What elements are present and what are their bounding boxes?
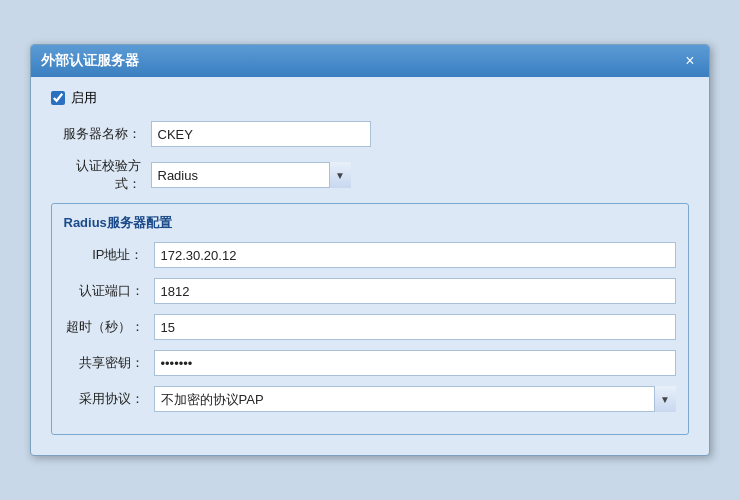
port-row: 认证端口： [64,278,676,304]
enable-checkbox[interactable] [51,91,65,105]
secret-label: 共享密钥： [64,354,154,372]
enable-row: 启用 [51,89,689,107]
server-name-input[interactable] [151,121,371,147]
protocol-select[interactable]: 不加密的协议PAP 加密的协议CHAP MS-CHAP MS-CHAPv2 [154,386,676,412]
port-input[interactable] [154,278,676,304]
dialog-body: 启用 服务器名称： 认证校验方式： Radius LDAP TACACS+ ▼ … [31,77,709,455]
auth-method-label: 认证校验方式： [51,157,151,193]
timeout-label: 超时（秒）： [64,318,154,336]
protocol-row: 采用协议： 不加密的协议PAP 加密的协议CHAP MS-CHAP MS-CHA… [64,386,676,412]
ip-row: IP地址： [64,242,676,268]
timeout-row: 超时（秒）： [64,314,676,340]
radius-group-title: Radius服务器配置 [64,214,676,232]
port-label: 认证端口： [64,282,154,300]
dialog-title: 外部认证服务器 [41,52,139,70]
enable-label[interactable]: 启用 [71,89,97,107]
ip-label: IP地址： [64,246,154,264]
secret-row: 共享密钥： [64,350,676,376]
server-name-row: 服务器名称： [51,121,689,147]
radius-group-box: Radius服务器配置 IP地址： 认证端口： 超时（秒）： 共享密钥： [51,203,689,435]
timeout-input[interactable] [154,314,676,340]
server-name-label: 服务器名称： [51,125,151,143]
auth-method-select[interactable]: Radius LDAP TACACS+ [151,162,351,188]
protocol-select-wrapper: 不加密的协议PAP 加密的协议CHAP MS-CHAP MS-CHAPv2 ▼ [154,386,676,412]
close-button[interactable]: × [681,51,698,71]
auth-method-row: 认证校验方式： Radius LDAP TACACS+ ▼ [51,157,689,193]
ip-input[interactable] [154,242,676,268]
auth-method-select-wrapper: Radius LDAP TACACS+ ▼ [151,162,351,188]
protocol-label: 采用协议： [64,390,154,408]
title-bar: 外部认证服务器 × [31,45,709,77]
secret-input[interactable] [154,350,676,376]
external-auth-dialog: 外部认证服务器 × 启用 服务器名称： 认证校验方式： Radius LDAP … [30,44,710,456]
